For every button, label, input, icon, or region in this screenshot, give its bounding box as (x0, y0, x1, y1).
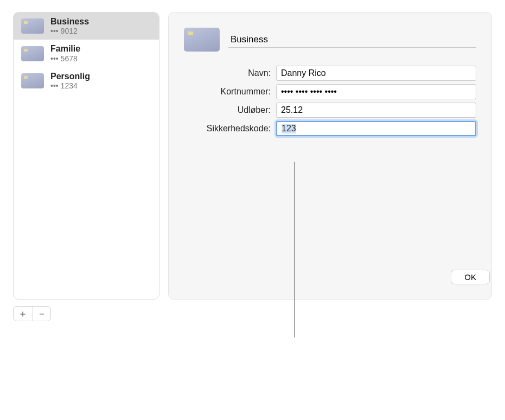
label-card-number: Kortnummer: (184, 87, 276, 97)
card-item-title: Familie (50, 44, 80, 54)
credit-card-icon (21, 73, 44, 88)
label-expiry: Udløber: (184, 105, 276, 115)
ok-button[interactable]: OK (451, 270, 490, 284)
add-remove-group: ＋ － (13, 306, 51, 321)
remove-card-button[interactable]: － (32, 307, 50, 321)
card-item-last4: ••• 9012 (50, 27, 89, 35)
security-code-input[interactable]: 123 (276, 121, 476, 136)
plus-icon: ＋ (18, 307, 28, 320)
credit-card-settings-window: Business ••• 9012 Familie ••• 5678 Perso… (0, 0, 505, 338)
card-list-item-business[interactable]: Business ••• 9012 (14, 12, 159, 40)
card-number-input[interactable] (276, 84, 476, 99)
card-list-item-familie[interactable]: Familie ••• 5678 (14, 40, 159, 67)
card-detail-panel: Navn: Kortnummer: Udløber: Sikkerhedskod… (168, 12, 492, 300)
expiry-input[interactable] (276, 103, 476, 118)
card-list-item-personlig[interactable]: Personlig ••• 1234 (14, 67, 159, 94)
credit-card-icon (21, 46, 44, 61)
credit-card-icon (21, 18, 44, 34)
card-item-last4: ••• 5678 (50, 54, 80, 63)
card-item-title: Business (50, 17, 89, 27)
cardholder-name-input[interactable] (276, 66, 476, 81)
card-item-last4: ••• 1234 (50, 81, 90, 90)
label-security-code: Sikkerhedskode: (184, 124, 276, 133)
card-item-title: Personlig (50, 72, 90, 81)
minus-icon: － (37, 307, 47, 320)
add-card-button[interactable]: ＋ (14, 307, 32, 321)
callout-leader-line (295, 162, 295, 338)
card-list: Business ••• 9012 Familie ••• 5678 Perso… (13, 12, 159, 300)
card-title-input[interactable] (228, 31, 476, 48)
credit-card-icon (184, 28, 220, 52)
label-name: Navn: (184, 68, 276, 78)
